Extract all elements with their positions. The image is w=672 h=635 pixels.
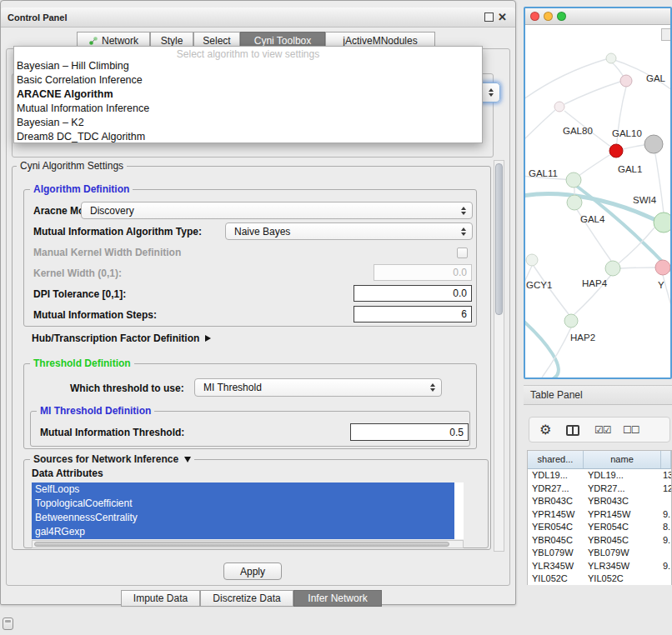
- mi-steps-label: Mutual Information Steps:: [33, 309, 157, 322]
- network-node-label: GAL4: [580, 214, 605, 224]
- algorithm-option[interactable]: Bayesian – K2: [14, 116, 482, 130]
- network-node[interactable]: [620, 75, 632, 87]
- threshold-definition-title: Threshold Definition: [30, 358, 134, 369]
- algorithm-option[interactable]: Basic Correlation Inference: [14, 73, 482, 88]
- mi-steps-field[interactable]: [354, 306, 472, 322]
- attribute-item[interactable]: gal4RGexp: [32, 525, 454, 539]
- network-node[interactable]: [554, 102, 564, 112]
- expanded-arrow-icon: [184, 457, 191, 462]
- minimize-traffic-light[interactable]: [544, 12, 553, 21]
- data-attributes-label: Data Attributes: [32, 468, 103, 480]
- window-title: Control Panel: [1, 8, 515, 28]
- network-node[interactable]: [655, 260, 670, 275]
- network-graph: GAL GAL80 GAL10 GAL11 GAL1 SWI4 GAL4 GCY…: [525, 25, 670, 378]
- tab-infer-network[interactable]: Infer Network: [293, 590, 382, 607]
- tab-label: Network: [102, 35, 138, 47]
- minimized-panel-icon[interactable]: [3, 618, 13, 630]
- network-node[interactable]: [654, 212, 670, 232]
- algorithm-option[interactable]: Dream8 DC_TDC Algorithm: [14, 130, 482, 144]
- select-all-columns-icon[interactable]: ☑☑: [594, 421, 611, 439]
- unselect-all-columns-icon[interactable]: ☐☐: [623, 421, 639, 439]
- network-icon: [88, 36, 98, 46]
- dpi-tolerance-label: DPI Tolerance [0,1]:: [33, 288, 126, 301]
- close-traffic-light[interactable]: [530, 12, 539, 21]
- tab-label: Infer Network: [308, 592, 367, 604]
- network-node-selected[interactable]: [609, 144, 623, 158]
- table-row[interactable]: YIL052CYIL052C: [528, 572, 671, 585]
- manual-kernel-label: Manual Kernel Width Definition: [33, 247, 181, 259]
- table-row[interactable]: YBR043CYBR043C: [528, 495, 671, 508]
- attribute-list: SelfLoops TopologicalCoefficient Between…: [32, 482, 464, 539]
- table-panel-title: Table Panel: [530, 389, 583, 401]
- hub-section-label: Hub/Transcription Factor Definition: [32, 332, 199, 344]
- settings-scrollbar-thumb[interactable]: [495, 163, 503, 315]
- float-window-icon[interactable]: [484, 12, 494, 22]
- columns-icon[interactable]: [566, 425, 579, 436]
- mi-type-label: Mutual Information Algorithm Type:: [33, 226, 202, 238]
- table-row[interactable]: YDR27...YDR27...12: [528, 482, 671, 496]
- attribute-list-hscrollbar[interactable]: [32, 540, 464, 548]
- network-node-label: GAL: [646, 73, 666, 83]
- network-node[interactable]: [605, 261, 620, 276]
- which-threshold-label: Which threshold to use:: [70, 382, 184, 395]
- apply-button[interactable]: Apply: [223, 562, 282, 580]
- algorithm-dropdown-popup: Select algorithm to view settings Bayesi…: [13, 46, 483, 143]
- network-node-label: GAL1: [618, 164, 642, 174]
- sources-group-toggle[interactable]: Sources for Network Inference: [30, 453, 194, 465]
- tab-label: jActiveMNodules: [343, 35, 417, 47]
- table-row[interactable]: YDL19...YDL19...13: [528, 469, 671, 482]
- mi-threshold-field[interactable]: [350, 423, 469, 441]
- table-panel-header: Table Panel: [524, 385, 672, 405]
- mi-threshold-group-title: MI Threshold Definition: [37, 405, 154, 417]
- network-toolbar-button[interactable]: [661, 28, 670, 41]
- network-node[interactable]: [567, 195, 582, 210]
- network-node[interactable]: [606, 53, 616, 63]
- table-body: YDL19...YDL19...13 YDR27...YDR27...12 YB…: [528, 469, 671, 585]
- hub-section-toggle[interactable]: Hub/Transcription Factor Definition: [32, 332, 211, 345]
- attribute-item[interactable]: BetweennessCentrality: [32, 511, 454, 525]
- table-row[interactable]: YPR145WYPR145W9.: [528, 508, 671, 522]
- mi-type-combo[interactable]: Naive Bayes: [225, 222, 473, 240]
- tab-label: Select: [203, 35, 230, 47]
- table-toolbar: ⚙ ☑☑ ☐☐: [529, 417, 670, 442]
- network-canvas[interactable]: GAL GAL80 GAL10 GAL11 GAL1 SWI4 GAL4 GCY…: [525, 25, 670, 378]
- network-node-label: HAP4: [582, 278, 608, 288]
- table-row[interactable]: YBR045CYBR045C9.: [528, 534, 671, 548]
- algorithm-option-selected[interactable]: ARACNE Algorithm: [14, 88, 482, 102]
- table-row[interactable]: YLR345WYLR345W9.: [528, 560, 671, 573]
- attribute-item[interactable]: TopologicalCoefficient: [32, 497, 454, 511]
- column-header-partial[interactable]: [661, 451, 671, 468]
- column-header-shared-name[interactable]: shared...: [528, 451, 584, 468]
- attribute-list-hscrollbar-thumb[interactable]: [34, 542, 449, 547]
- network-node[interactable]: [566, 172, 581, 188]
- table-row[interactable]: YER054CYER054C8.: [528, 521, 671, 534]
- column-header-name[interactable]: name: [584, 451, 661, 468]
- combo-arrows-icon: [461, 207, 466, 215]
- network-node[interactable]: [564, 314, 578, 328]
- network-view-titlebar: [525, 8, 670, 25]
- close-icon[interactable]: ✕: [498, 12, 507, 23]
- attribute-item[interactable]: SelfLoops: [32, 482, 454, 497]
- gear-icon[interactable]: ⚙: [539, 421, 551, 439]
- algorithm-option[interactable]: Bayesian – Hill Climbing: [14, 59, 482, 73]
- manual-kernel-checkbox[interactable]: [457, 248, 468, 258]
- tab-label: Discretize Data: [213, 592, 280, 604]
- aracne-mode-combo[interactable]: Discovery: [81, 202, 473, 219]
- network-node[interactable]: [644, 135, 663, 153]
- table-row[interactable]: YBL079WYBL079W: [528, 547, 671, 560]
- network-node-label: Y: [658, 280, 664, 290]
- tab-impute-data[interactable]: Impute Data: [121, 590, 200, 607]
- zoom-traffic-light[interactable]: [557, 12, 566, 21]
- which-threshold-combo[interactable]: MI Threshold: [194, 378, 442, 397]
- aracne-mode-value: Discovery: [82, 205, 461, 217]
- tab-discretize-data[interactable]: Discretize Data: [200, 590, 293, 607]
- dpi-tolerance-field[interactable]: [354, 285, 472, 302]
- network-node-label: GAL80: [563, 126, 593, 136]
- algorithm-option[interactable]: Mutual Information Inference: [14, 102, 482, 116]
- network-node[interactable]: [526, 254, 538, 266]
- control-panel-titlebar: Control Panel: [1, 8, 515, 28]
- combo-arrows-icon: [461, 228, 466, 236]
- combo-arrows-icon: [489, 88, 494, 97]
- network-labels: GAL GAL80 GAL10 GAL11 GAL1 SWI4 GAL4 GCY…: [526, 73, 666, 342]
- table-header-row: shared... name: [528, 451, 671, 469]
